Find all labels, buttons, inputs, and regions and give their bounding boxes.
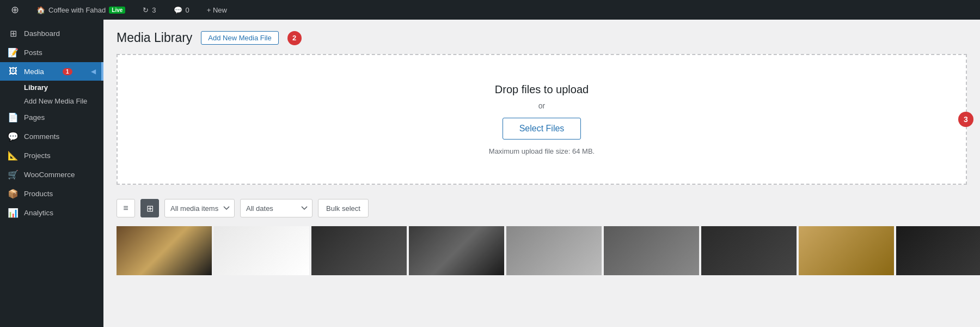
media-thumb-5[interactable] xyxy=(506,226,602,275)
sidebar-label-posts: Posts xyxy=(24,49,42,57)
analytics-icon: 📊 xyxy=(8,208,19,218)
adminbar-new[interactable]: + New xyxy=(203,0,231,20)
sidebar-item-comments[interactable]: 💬 Comments xyxy=(0,127,103,146)
sidebar-item-woocommerce[interactable]: 🛒 WooCommerce xyxy=(0,165,103,184)
sidebar-item-media[interactable]: 🖼 Media 1 ◀ xyxy=(0,62,103,81)
media-thumb-1[interactable] xyxy=(117,226,212,275)
sidebar-label-woocommerce: WooCommerce xyxy=(24,171,75,179)
add-new-media-button[interactable]: Add New Media File xyxy=(201,31,278,45)
submenu-add-new[interactable]: Add New Media File xyxy=(0,94,103,108)
adminbar-comments[interactable]: 💬 0 xyxy=(169,0,194,20)
sidebar-label-comments: Comments xyxy=(24,132,59,141)
media-type-filter[interactable]: All media items Images Audio Video Docum… xyxy=(164,199,235,217)
list-view-button[interactable]: ≡ xyxy=(117,199,135,217)
media-thumb-6[interactable] xyxy=(604,226,699,275)
list-view-icon: ≡ xyxy=(123,203,128,213)
drop-text: Drop files to upload xyxy=(489,83,595,96)
sidebar-label-analytics: Analytics xyxy=(24,209,53,217)
adminbar-site-name[interactable]: 🏠 Coffee with Fahad Live xyxy=(32,0,130,20)
drop-zone-content: Drop files to upload or Select Files Max… xyxy=(489,83,595,155)
adminbar-wp-logo[interactable]: ⊕ xyxy=(7,0,23,20)
menu-arrow-icon: ◀ xyxy=(91,68,96,75)
comments-icon: 💬 xyxy=(8,131,19,142)
comment-count: 0 xyxy=(186,6,189,14)
sidebar-label-products: Products xyxy=(24,190,53,198)
sidebar-item-pages[interactable]: 📄 Pages xyxy=(0,108,103,127)
site-name-label: Coffee with Fahad xyxy=(48,6,106,14)
select-files-button[interactable]: Select Files xyxy=(503,118,581,140)
sidebar-label-projects: Projects xyxy=(24,152,51,160)
projects-icon: 📐 xyxy=(8,150,19,161)
submenu-library[interactable]: Library xyxy=(0,81,103,94)
dashboard-icon: ⊞ xyxy=(8,28,19,39)
pages-icon: 📄 xyxy=(8,112,19,123)
grid-view-button[interactable]: ⊞ xyxy=(140,199,159,217)
grid-view-icon: ⊞ xyxy=(146,203,154,214)
media-thumb-4[interactable] xyxy=(409,226,504,275)
sidebar-label-media: Media xyxy=(24,68,44,76)
date-filter[interactable]: All dates January 2024 December 2023 xyxy=(240,199,313,217)
media-submenu: Library Add New Media File xyxy=(0,81,103,108)
sidebar-label-dashboard: Dashboard xyxy=(24,29,60,38)
woocommerce-icon: 🛒 xyxy=(8,169,19,180)
sidebar-item-products[interactable]: 📦 Products xyxy=(0,184,103,203)
sidebar-item-dashboard[interactable]: ⊞ Dashboard xyxy=(0,24,103,43)
wp-layout: ⊞ Dashboard 📝 Posts 🖼 Media 1 ◀ Library … xyxy=(0,20,980,327)
sidebar-item-posts[interactable]: 📝 Posts xyxy=(0,43,103,62)
sidebar-item-analytics[interactable]: 📊 Analytics xyxy=(0,203,103,222)
wp-logo-icon: ⊕ xyxy=(11,4,19,16)
main-content: Media Library Add New Media File 2 Drop … xyxy=(103,20,980,327)
admin-bar: ⊕ 🏠 Coffee with Fahad Live ↻ 3 💬 0 + New xyxy=(0,0,980,20)
sidebar-item-projects[interactable]: 📐 Projects xyxy=(0,146,103,165)
notification-badge: 2 xyxy=(287,31,302,45)
page-title: Media Library xyxy=(117,31,192,45)
media-thumb-3[interactable] xyxy=(311,226,407,275)
media-toolbar: ≡ ⊞ All media items Images Audio Video D… xyxy=(117,193,967,224)
drop-zone[interactable]: Drop files to upload or Select Files Max… xyxy=(117,54,967,185)
media-thumb-2[interactable] xyxy=(214,226,309,275)
posts-icon: 📝 xyxy=(8,47,19,58)
sync-icon: ↻ xyxy=(143,6,149,14)
max-upload-text: Maximum upload file size: 64 MB. xyxy=(489,147,595,155)
media-grid xyxy=(117,226,967,275)
sync-count: 3 xyxy=(152,6,156,14)
live-badge: Live xyxy=(109,7,125,14)
media-thumb-7[interactable] xyxy=(701,226,797,275)
page-header: Media Library Add New Media File 2 xyxy=(117,31,967,45)
sidebar-label-pages: Pages xyxy=(24,113,45,122)
content-wrap: Media Library Add New Media File 2 Drop … xyxy=(103,20,980,286)
home-icon: 🏠 xyxy=(36,6,45,14)
admin-menu: ⊞ Dashboard 📝 Posts 🖼 Media 1 ◀ Library … xyxy=(0,20,103,327)
media-thumb-9[interactable] xyxy=(896,226,980,275)
adminbar-sync[interactable]: ↻ 3 xyxy=(138,0,160,20)
media-thumb-8[interactable] xyxy=(799,226,894,275)
comment-icon: 💬 xyxy=(174,6,182,14)
bulk-select-button[interactable]: Bulk select xyxy=(318,199,369,217)
new-label: + New xyxy=(207,6,227,14)
products-icon: 📦 xyxy=(8,189,19,199)
media-icon: 🖼 xyxy=(8,66,19,76)
media-badge: 1 xyxy=(63,68,72,75)
drop-or-text: or xyxy=(489,101,595,110)
dropzone-badge: 3 xyxy=(958,112,973,127)
